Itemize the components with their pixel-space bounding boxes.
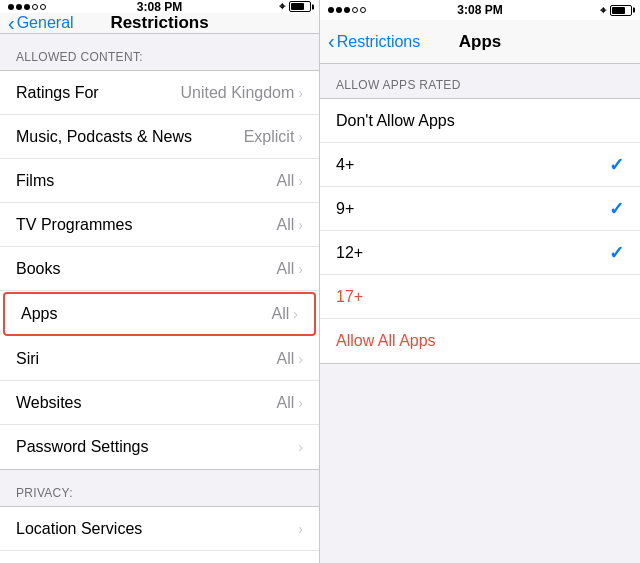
location-icon: ⌖ bbox=[279, 0, 285, 13]
chevron-right-icon: › bbox=[298, 173, 303, 189]
signal-dot-1 bbox=[8, 4, 14, 10]
right-nav-title: Apps bbox=[459, 32, 502, 52]
apps-right: All › bbox=[272, 305, 298, 323]
siri-value: All bbox=[277, 350, 295, 368]
films-right: All › bbox=[277, 172, 303, 190]
chevron-right-icon: › bbox=[298, 351, 303, 367]
tv-value: All bbox=[277, 216, 295, 234]
4plus-label: 4+ bbox=[336, 156, 354, 174]
chevron-right-icon: › bbox=[298, 129, 303, 145]
allowed-content-list: Ratings For United Kingdom › Music, Podc… bbox=[0, 70, 319, 470]
left-panel: 3:08 PM ⌖ ‹ General Restrictions ALLOWED… bbox=[0, 0, 320, 563]
right-time: 3:08 PM bbox=[457, 3, 502, 17]
battery-fill bbox=[291, 3, 304, 10]
signal-dot-5 bbox=[40, 4, 46, 10]
signal-dot-3 bbox=[24, 4, 30, 10]
chevron-right-icon: › bbox=[298, 395, 303, 411]
apps-item-4plus[interactable]: 4+ ✓ bbox=[320, 143, 640, 187]
right-panel: 3:08 PM ⌖ ‹ Restrictions Apps ALLOW APPS… bbox=[320, 0, 640, 563]
back-chevron-icon: ‹ bbox=[8, 13, 15, 33]
apps-item-dont-allow[interactable]: Don't Allow Apps bbox=[320, 99, 640, 143]
right-nav-bar: ‹ Restrictions Apps bbox=[320, 20, 640, 64]
left-status-bar: 3:08 PM ⌖ bbox=[0, 0, 319, 13]
12plus-label: 12+ bbox=[336, 244, 363, 262]
books-right: All › bbox=[277, 260, 303, 278]
allowed-content-header: ALLOWED CONTENT: bbox=[0, 34, 319, 70]
dont-allow-label: Don't Allow Apps bbox=[336, 112, 455, 130]
websites-value: All bbox=[277, 394, 295, 412]
back-button-general[interactable]: ‹ General bbox=[8, 14, 74, 33]
music-value: Explicit bbox=[244, 128, 295, 146]
list-item-books[interactable]: Books All › bbox=[0, 247, 319, 291]
right-status-bar: 3:08 PM ⌖ bbox=[320, 0, 640, 20]
apps-item-allow-all[interactable]: Allow All Apps bbox=[320, 319, 640, 363]
location-services-label: Location Services bbox=[16, 520, 142, 538]
right-battery-fill bbox=[612, 7, 625, 14]
checkmark-icon-12plus: ✓ bbox=[609, 242, 624, 264]
signal-dot-2 bbox=[16, 4, 22, 10]
tv-label: TV Programmes bbox=[16, 216, 132, 234]
list-item-password[interactable]: Password Settings › bbox=[0, 425, 319, 469]
signal-dot-1 bbox=[328, 7, 334, 13]
checkmark-icon-4plus: ✓ bbox=[609, 154, 624, 176]
left-nav-bar: ‹ General Restrictions bbox=[0, 13, 319, 34]
right-status-right: ⌖ bbox=[600, 4, 632, 17]
films-label: Films bbox=[16, 172, 54, 190]
left-time: 3:08 PM bbox=[137, 0, 182, 14]
list-item-tv[interactable]: TV Programmes All › bbox=[0, 203, 319, 247]
list-item-films[interactable]: Films All › bbox=[0, 159, 319, 203]
chevron-right-icon: › bbox=[298, 439, 303, 455]
back-button-restrictions[interactable]: ‹ Restrictions bbox=[328, 32, 420, 51]
9plus-label: 9+ bbox=[336, 200, 354, 218]
right-spacer bbox=[320, 364, 640, 563]
checkmark-icon-9plus: ✓ bbox=[609, 198, 624, 220]
siri-right: All › bbox=[277, 350, 303, 368]
signal-dot-4 bbox=[32, 4, 38, 10]
books-value: All bbox=[277, 260, 295, 278]
allow-apps-header: ALLOW APPS RATED bbox=[320, 64, 640, 98]
list-item-location[interactable]: Location Services › bbox=[0, 507, 319, 551]
books-label: Books bbox=[16, 260, 60, 278]
list-item-ratings-for[interactable]: Ratings For United Kingdom › bbox=[0, 71, 319, 115]
films-value: All bbox=[277, 172, 295, 190]
back-label-restrictions: Restrictions bbox=[337, 33, 421, 51]
battery-icon bbox=[289, 1, 311, 12]
list-item-siri[interactable]: Siri All › bbox=[0, 337, 319, 381]
chevron-right-icon: › bbox=[298, 217, 303, 233]
siri-label: Siri bbox=[16, 350, 39, 368]
ratings-for-label: Ratings For bbox=[16, 84, 99, 102]
chevron-right-icon: › bbox=[298, 85, 303, 101]
password-right: › bbox=[298, 439, 303, 455]
ratings-for-right: United Kingdom › bbox=[180, 84, 303, 102]
location-icon: ⌖ bbox=[600, 4, 606, 17]
list-item-music[interactable]: Music, Podcasts & News Explicit › bbox=[0, 115, 319, 159]
chevron-right-icon: › bbox=[298, 521, 303, 537]
list-item-apps[interactable]: Apps All › bbox=[3, 292, 316, 336]
right-battery-icon bbox=[610, 5, 632, 16]
signal-dot-3 bbox=[344, 7, 350, 13]
music-right: Explicit › bbox=[244, 128, 303, 146]
left-status-right: ⌖ bbox=[279, 0, 311, 13]
left-signal bbox=[8, 4, 46, 10]
list-item-websites[interactable]: Websites All › bbox=[0, 381, 319, 425]
apps-item-12plus[interactable]: 12+ ✓ bbox=[320, 231, 640, 275]
apps-item-9plus[interactable]: 9+ ✓ bbox=[320, 187, 640, 231]
apps-label: Apps bbox=[21, 305, 57, 323]
17plus-label: 17+ bbox=[336, 288, 363, 306]
websites-right: All › bbox=[277, 394, 303, 412]
websites-label: Websites bbox=[16, 394, 82, 412]
list-item-contacts[interactable]: Contacts › bbox=[0, 551, 319, 563]
signal-dot-5 bbox=[360, 7, 366, 13]
left-nav-title: Restrictions bbox=[110, 13, 208, 33]
allow-all-label: Allow All Apps bbox=[336, 332, 436, 350]
chevron-right-icon: › bbox=[293, 306, 298, 322]
back-chevron-icon: ‹ bbox=[328, 31, 335, 51]
password-label: Password Settings bbox=[16, 438, 149, 456]
chevron-right-icon: › bbox=[298, 261, 303, 277]
music-label: Music, Podcasts & News bbox=[16, 128, 192, 146]
ratings-for-value: United Kingdom bbox=[180, 84, 294, 102]
apps-item-17plus[interactable]: 17+ bbox=[320, 275, 640, 319]
tv-right: All › bbox=[277, 216, 303, 234]
apps-list: Don't Allow Apps 4+ ✓ 9+ ✓ 12+ ✓ 17+ All… bbox=[320, 98, 640, 364]
signal-dot-2 bbox=[336, 7, 342, 13]
